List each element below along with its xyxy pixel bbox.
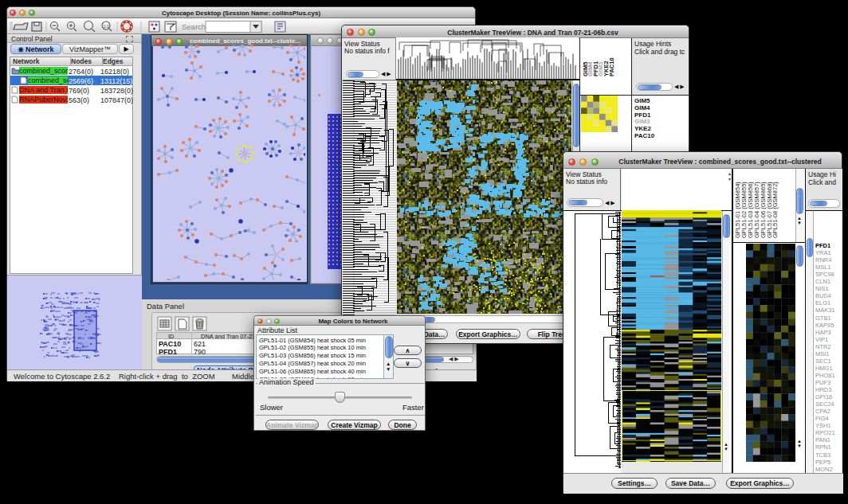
svg-text:1:1: 1:1	[104, 24, 110, 29]
svg-text:Search:: Search:	[182, 22, 208, 31]
